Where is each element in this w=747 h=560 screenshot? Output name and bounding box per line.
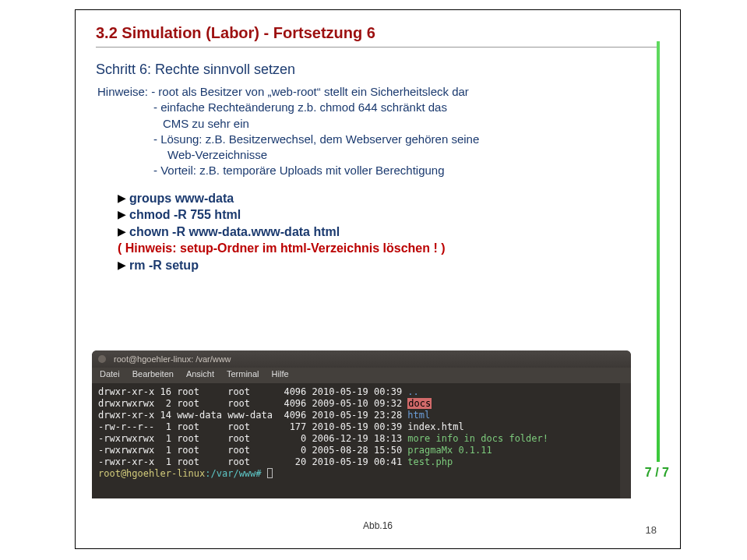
menu-item[interactable]: Ansicht [186, 369, 214, 382]
chevron-right-icon: ▶ [118, 191, 126, 206]
section-heading: 3.2 Simulation (Labor) - Fortsetzung 6 [96, 24, 660, 42]
window-button-icon[interactable] [98, 355, 106, 363]
chevron-right-icon: ▶ [118, 224, 126, 239]
page-number: 18 [646, 524, 657, 536]
chevron-right-icon: ▶ [118, 258, 126, 273]
terminal-window: root@hgoehler-linux: /var/www Datei Bear… [92, 350, 631, 498]
cmd-groups: groups www-data [129, 190, 234, 207]
progress-text: 7 / 7 [645, 466, 669, 480]
terminal-body[interactable]: drwxr-xr-x 16 root root 4096 2010-05-19 … [92, 383, 631, 498]
commands-block: ▶groups www-data ▶chmod -R 755 html ▶ ch… [118, 190, 660, 274]
hints-block: Hinweise: - root als Besitzer von „web-r… [97, 84, 660, 179]
hint-line-4: - Lösung: z.B. Besitzerwechsel, dem Webs… [153, 132, 660, 147]
terminal-title: root@hgoehler-linux: /var/www [114, 354, 231, 364]
cmd-chown: chown -R www-data.www-data html [129, 224, 340, 241]
hints-label: Hinweise: [97, 85, 148, 98]
terminal-titlebar: root@hgoehler-linux: /var/www [92, 350, 631, 368]
scrollbar[interactable] [620, 383, 631, 498]
hint-line-3: CMS zu sehr ein [163, 116, 660, 132]
chevron-right-icon: ▶ [118, 207, 126, 222]
menu-item[interactable]: Bearbeiten [132, 369, 174, 382]
hint-line-1: - root als Besitzer von „web-root“ stell… [151, 85, 469, 98]
hint-line-5: Web-Verzeichnisse [167, 147, 660, 163]
cmd-hint: ( Hinweis: setup-Ordner im html-Verzeich… [118, 240, 446, 257]
menu-item[interactable]: Terminal [227, 369, 259, 382]
menu-item[interactable]: Hilfe [272, 369, 289, 382]
hint-line-2: - einfache Rechteänderung z.b. chmod 644… [153, 100, 660, 115]
cmd-chmod: chmod -R 755 html [129, 206, 241, 224]
step-title: Schritt 6: Rechte sinnvoll setzen [96, 62, 660, 78]
progress-ruler [657, 41, 660, 462]
divider [96, 47, 660, 48]
figure-caption: Abb.16 [363, 520, 393, 531]
menu-item[interactable]: Datei [100, 369, 120, 382]
cmd-rm: rm -R setup [129, 257, 199, 274]
hint-line-6: - Vorteil: z.B. temporäre Uploads mit vo… [153, 163, 660, 178]
terminal-menu: Datei Bearbeiten Ansicht Terminal Hilfe [92, 368, 631, 383]
